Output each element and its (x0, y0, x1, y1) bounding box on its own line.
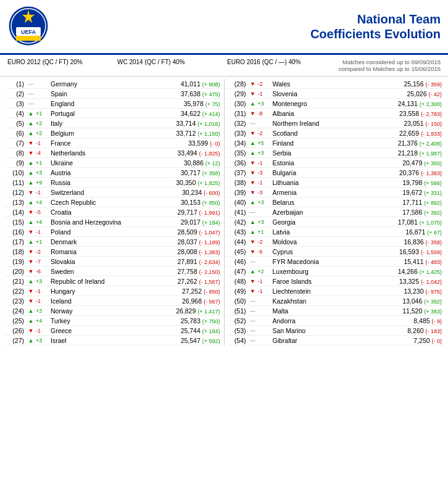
table-row: (34)+5Finland21,376 (+ 2,408) (227, 138, 444, 148)
table-row: (20)-6Sweden27,758 (- 2,150) (5, 267, 222, 276)
change-icon (248, 140, 258, 146)
country-name: Spain (49, 90, 181, 97)
change-value: -2 (36, 249, 49, 255)
country-name: Austria (49, 169, 181, 176)
change-icon (26, 199, 36, 205)
change-value: -1 (258, 278, 272, 284)
table-row: (49)-1Liechtenstein13,230 (- 975) (227, 286, 444, 296)
score-value: 14,266 (+ 1,425) (398, 268, 442, 275)
table-row: (5)+2Italy33,714 (+ 1,016) (5, 118, 222, 128)
country-name: Gibraltar (272, 337, 414, 344)
table-row: (22)-1Hungary27,252 (- 850) (5, 286, 222, 296)
country-name: Liechtenstein (272, 287, 404, 295)
score-value: 16,871 (+ 67) (405, 228, 442, 236)
change-value: +3 (258, 101, 272, 107)
score-value: 27,758 (- 2,150) (177, 268, 220, 275)
country-name: Ukraine (49, 159, 184, 167)
rank-cell: (28) (228, 80, 248, 88)
score-value: 19,798 (+ 566) (402, 179, 442, 186)
score-value: 26,968 (- 567) (182, 297, 220, 305)
score-value: 8,260 (- 183) (407, 327, 442, 334)
table-row: (18)-2Romania28,008 (- 1,383) (5, 247, 222, 257)
table-row: (19)-7Slovakia27,891 (- 2,634) (5, 257, 222, 267)
rank-cell: (11) (6, 179, 26, 186)
table-row: (40)+3Belarus17,711 (+ 892) (227, 197, 444, 207)
score-value: 33,494 (- 1,825) (177, 149, 220, 157)
change-icon (248, 229, 258, 235)
rank-cell: (29) (228, 90, 248, 97)
table-row: (30)+3Montenegro24,131 (+ 2,300) (227, 99, 444, 109)
change-icon (26, 308, 36, 314)
score-value: 41,011 (+ 808) (181, 80, 220, 88)
country-name: Israel (49, 337, 181, 344)
score-value: 30,717 (+ 358) (181, 169, 220, 176)
rank-cell: (36) (228, 159, 248, 167)
change-value: -1 (258, 180, 272, 186)
country-name: Moldova (272, 238, 404, 246)
table-row: (39)-3Armenia19,672 (+ 331) (227, 188, 444, 197)
wc2014-label: WC 2014 (QC / FT) 40% (117, 59, 221, 65)
country-name: Italy (49, 120, 176, 127)
score-value: 30,886 (+ 12) (184, 159, 220, 167)
score-value: 21,376 (+ 2,408) (398, 139, 442, 147)
change-icon (248, 120, 258, 126)
score-value: 11,520 (+ 383) (402, 307, 442, 315)
change-value: -5 (36, 209, 49, 215)
change-value: -5 (258, 249, 272, 255)
rank-cell: (50) (228, 297, 248, 305)
table-row: (31)-8Albania23,558 (- 2,783) (227, 109, 444, 118)
score-value: 21,218 (+ 1,987) (398, 149, 442, 157)
table-row: (46)FYR Macedonia15,411 (- 483) (227, 257, 444, 267)
change-icon (248, 150, 258, 156)
country-name: Northern Ireland (272, 120, 404, 127)
table-row: (37)-3Bulgaria20,376 (- 1,383) (227, 168, 444, 178)
score-value: 13,325 (- 1,042) (399, 278, 442, 285)
country-name: Hungary (49, 287, 182, 295)
score-value: 25,744 (+ 184) (181, 327, 220, 334)
score-value: 33,714 (+ 1,016) (176, 120, 220, 127)
change-value: +2 (258, 268, 272, 275)
table-row: (43)+1Latvia16,871 (+ 67) (227, 227, 444, 237)
score-value: 23,051 (- 150) (404, 120, 442, 127)
rank-cell: (34) (228, 139, 248, 147)
country-name: Turkey (49, 317, 181, 325)
change-icon (248, 130, 258, 136)
change-value: +4 (36, 219, 49, 225)
rank-cell: (30) (228, 100, 248, 107)
score-value: 27,891 (- 2,634) (177, 258, 220, 265)
rank-cell: (8) (6, 149, 26, 157)
country-name: Serbia (272, 149, 398, 157)
change-icon (26, 81, 36, 87)
score-value: 34,622 (+ 414) (181, 110, 220, 117)
change-value: +3 (258, 199, 272, 205)
rank-cell: (25) (6, 317, 26, 325)
score-value: 17,586 (+ 392) (402, 209, 442, 216)
table-row: (26)-1Greece25,744 (+ 184) (5, 326, 222, 336)
score-value: 20,479 (+ 350) (402, 159, 442, 167)
change-value: -2 (258, 239, 272, 245)
change-icon (248, 328, 258, 334)
change-value: -1 (258, 160, 272, 166)
table-row: (25)+4Turkey25,783 (+ 750) (5, 316, 222, 326)
change-icon (248, 81, 258, 87)
rank-cell: (5) (6, 120, 26, 127)
score-value: 27,252 (- 850) (182, 287, 220, 295)
change-value: +3 (36, 337, 49, 344)
table-row: (53)San Marino8,260 (- 183) (227, 326, 444, 336)
change-icon (26, 328, 36, 334)
score-value: 29,017 (+ 184) (181, 218, 220, 226)
country-name: Greece (49, 327, 181, 334)
table-row: (2)Spain37,638 (+ 475) (5, 89, 222, 99)
country-name: Bulgaria (272, 169, 399, 176)
score-value: 16,593 (- 1,559) (399, 248, 442, 255)
rank-cell: (37) (228, 169, 248, 176)
change-value: -1 (36, 229, 49, 235)
score-value: 13,230 (- 975) (404, 287, 442, 295)
country-name: Norway (49, 307, 176, 315)
table-row: (50)Kazakhstan13,046 (+ 392) (227, 296, 444, 306)
country-name: Belgium (49, 130, 176, 137)
change-icon (26, 298, 36, 304)
rank-cell: (22) (6, 287, 26, 295)
rank-cell: (53) (228, 327, 248, 334)
euro2012-label: EURO 2012 (QC / FT) 20% (7, 59, 111, 65)
